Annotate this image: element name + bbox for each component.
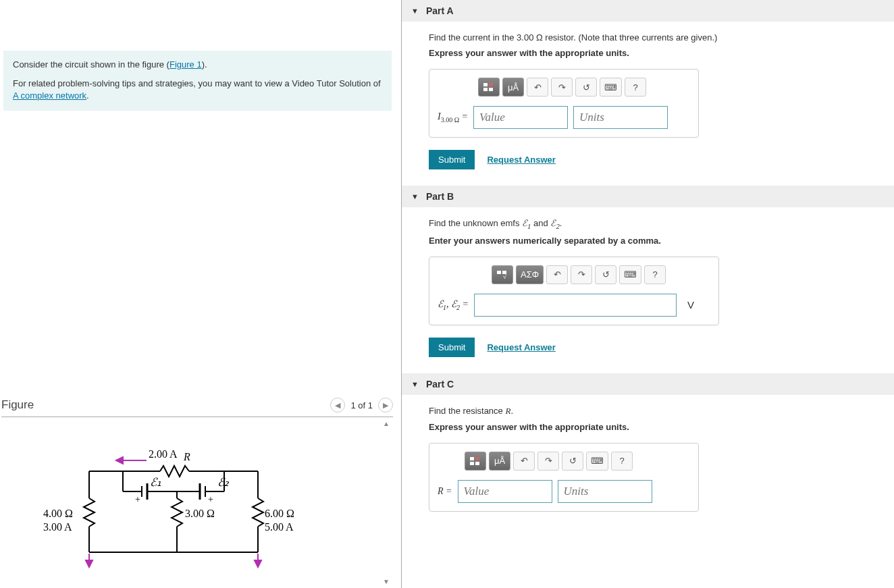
svg-rect-40 <box>497 271 501 274</box>
part-c-header[interactable]: ▼ Part C <box>402 373 894 395</box>
part-b-value-input[interactable] <box>474 294 677 317</box>
part-c-value-input[interactable] <box>458 480 552 503</box>
svg-rect-38 <box>483 88 488 91</box>
part-c-title: Part C <box>426 379 454 390</box>
chevron-down-icon: ▼ <box>411 192 419 201</box>
templates-button[interactable]: √ <box>492 265 513 284</box>
problem-statement: Consider the circuit shown in the figure… <box>3 51 392 111</box>
svg-rect-46 <box>475 462 479 465</box>
svg-text:3.00 Ω: 3.00 Ω <box>185 508 215 519</box>
part-b-request-answer-link[interactable]: Request Answer <box>487 342 555 352</box>
help-button[interactable]: ? <box>611 452 633 471</box>
svg-marker-22 <box>86 560 93 567</box>
svg-rect-44 <box>475 457 479 460</box>
svg-marker-20 <box>116 457 123 464</box>
part-a-submit-button[interactable]: Submit <box>429 150 475 169</box>
part-b-instruction: Enter your answers numerically separated… <box>429 236 883 246</box>
figure-counter: 1 of 1 <box>350 400 373 410</box>
help-button[interactable]: ? <box>625 78 646 97</box>
svg-rect-45 <box>470 462 474 465</box>
units-button[interactable]: μÅ <box>502 78 524 97</box>
part-b-title: Part B <box>426 191 454 202</box>
part-a-title: Part A <box>426 5 454 16</box>
part-a-answer-box: μÅ ↶ ↷ ↺ ⌨ ? I3.00 Ω = <box>429 69 699 138</box>
svg-text:3.00 A: 3.00 A <box>43 521 72 533</box>
svg-text:+: + <box>135 494 140 504</box>
help-button[interactable]: ? <box>644 265 666 284</box>
part-a-header[interactable]: ▼ Part A <box>402 0 894 22</box>
svg-rect-36 <box>483 83 488 86</box>
part-b-submit-button[interactable]: Submit <box>429 338 475 357</box>
keyboard-button[interactable]: ⌨ <box>586 452 608 471</box>
part-b-answer-box: √ ΑΣΦ ↶ ↷ ↺ ⌨ ? ℰ1, ℰ2 = V <box>429 257 719 325</box>
part-c-units-input[interactable] <box>558 480 652 503</box>
undo-button[interactable]: ↶ <box>513 452 535 471</box>
part-c-instruction: Express your answer with the appropriate… <box>429 422 883 432</box>
reset-button[interactable]: ↺ <box>562 452 583 471</box>
prompt-text-2: For related problem-solving tips and str… <box>13 78 381 88</box>
part-a-instruction: Express your answer with the appropriate… <box>429 48 883 58</box>
redo-button[interactable]: ↷ <box>571 265 592 284</box>
part-a-variable-label: I3.00 Ω = <box>438 111 468 124</box>
svg-text:4.00 Ω: 4.00 Ω <box>43 508 73 519</box>
svg-text:ℰ₁: ℰ₁ <box>150 476 161 489</box>
chevron-down-icon: ▼ <box>411 7 419 15</box>
svg-text:√: √ <box>503 273 506 279</box>
scroll-down-icon[interactable]: ▼ <box>383 578 390 585</box>
svg-marker-24 <box>255 560 261 567</box>
redo-button[interactable]: ↷ <box>537 452 559 471</box>
circuit-figure: 2.00 A R ℰ₁ ℰ₂ + + 4.00 Ω 3.00 A 3.00 Ω … <box>1 417 379 588</box>
part-b-question: Find the unknown emfs ℰ1 and ℰ2. <box>429 218 883 230</box>
part-a-units-input[interactable] <box>573 106 668 129</box>
svg-text:2.00 A: 2.00 A <box>149 448 178 460</box>
undo-button[interactable]: ↶ <box>546 265 568 284</box>
part-b-variable-label: ℰ1, ℰ2 = <box>438 298 469 311</box>
part-b-unit-label: V <box>687 299 694 311</box>
reset-button[interactable]: ↺ <box>595 265 616 284</box>
prompt-text-1: Consider the circuit shown in the figure… <box>13 59 169 70</box>
svg-text:6.00 Ω: 6.00 Ω <box>265 508 294 519</box>
part-a-question: Find the current in the 3.00 Ω resistor.… <box>429 32 883 43</box>
svg-text:5.00 A: 5.00 A <box>265 521 294 533</box>
part-c-answer-box: μÅ ↶ ↷ ↺ ⌨ ? R = <box>429 443 699 512</box>
figure-next-button[interactable]: ▶ <box>378 398 393 412</box>
svg-text:ℰ₂: ℰ₂ <box>217 476 230 489</box>
templates-button[interactable] <box>478 78 500 97</box>
figure-title: Figure <box>1 398 330 412</box>
scroll-up-icon[interactable]: ▲ <box>383 420 390 427</box>
figure-scrollbar[interactable]: ▲ ▼ <box>379 417 393 588</box>
related-link[interactable]: A complex network <box>13 90 86 101</box>
figure-prev-button[interactable]: ◀ <box>330 398 345 412</box>
redo-button[interactable]: ↷ <box>551 78 573 97</box>
svg-rect-37 <box>489 83 493 86</box>
part-c-variable-label: R = <box>438 486 452 497</box>
figure-link[interactable]: Figure 1 <box>169 59 202 70</box>
part-a-request-answer-link[interactable]: Request Answer <box>487 155 555 165</box>
keyboard-button[interactable]: ⌨ <box>600 78 622 97</box>
undo-button[interactable]: ↶ <box>527 78 548 97</box>
svg-rect-39 <box>489 88 493 91</box>
templates-button[interactable] <box>465 452 486 471</box>
svg-text:+: + <box>208 494 213 504</box>
chevron-down-icon: ▼ <box>411 380 419 388</box>
units-button[interactable]: μÅ <box>489 452 510 471</box>
part-a-value-input[interactable] <box>473 106 568 129</box>
svg-rect-43 <box>470 457 474 460</box>
reset-button[interactable]: ↺ <box>575 78 597 97</box>
svg-text:R: R <box>183 451 190 462</box>
part-c-question: Find the resistance R. <box>429 406 883 417</box>
greek-button[interactable]: ΑΣΦ <box>516 265 544 284</box>
part-b-header[interactable]: ▼ Part B <box>402 186 894 207</box>
keyboard-button[interactable]: ⌨ <box>619 265 641 284</box>
